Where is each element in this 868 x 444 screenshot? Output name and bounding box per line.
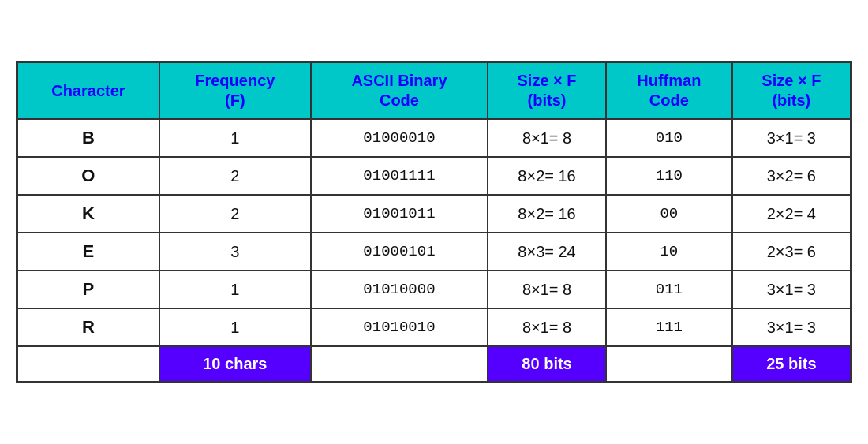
cell-freq-3: 3 <box>159 233 311 271</box>
cell-char-5: R <box>17 308 159 346</box>
cell-size-huffman-0: 3×1= 3 <box>732 119 851 157</box>
cell-huffman-5: 111 <box>606 308 732 346</box>
table-row: K 2 01001011 8×2= 16 00 2×2= 4 <box>17 195 851 233</box>
table-row: R 1 01010010 8×1= 8 111 3×1= 3 <box>17 308 851 346</box>
summary-row: 10 chars 80 bits 25 bits <box>17 346 851 382</box>
cell-size-huffman-1: 3×2= 6 <box>732 157 851 195</box>
cell-huffman-4: 011 <box>606 271 732 308</box>
cell-size-ascii-1: 8×2= 16 <box>488 157 606 195</box>
cell-size-ascii-5: 8×1= 8 <box>488 308 606 346</box>
cell-ascii-4: 01010000 <box>311 271 488 308</box>
cell-size-ascii-3: 8×3= 24 <box>488 233 606 271</box>
cell-huffman-0: 010 <box>606 119 732 157</box>
summary-empty-3 <box>606 346 732 382</box>
th-huffman-code: HuffmanCode <box>606 62 732 120</box>
header-row: Character Frequency(F) ASCII BinaryCode … <box>17 62 851 120</box>
cell-huffman-2: 00 <box>606 195 732 233</box>
summary-empty-2 <box>311 346 488 382</box>
th-ascii-binary: ASCII BinaryCode <box>311 62 488 120</box>
cell-size-ascii-2: 8×2= 16 <box>488 195 606 233</box>
cell-freq-5: 1 <box>159 308 311 346</box>
cell-size-ascii-4: 8×1= 8 <box>488 271 606 308</box>
table-wrapper: Character Frequency(F) ASCII BinaryCode … <box>16 61 852 383</box>
cell-freq-2: 2 <box>159 195 311 233</box>
cell-char-4: P <box>17 271 159 308</box>
cell-freq-0: 1 <box>159 119 311 157</box>
cell-huffman-1: 110 <box>606 157 732 195</box>
huffman-table: Character Frequency(F) ASCII BinaryCode … <box>16 61 852 383</box>
cell-char-2: K <box>17 195 159 233</box>
cell-ascii-1: 01001111 <box>311 157 488 195</box>
cell-size-huffman-3: 2×3= 6 <box>732 233 851 271</box>
th-frequency: Frequency(F) <box>159 62 311 120</box>
table-row: B 1 01000010 8×1= 8 010 3×1= 3 <box>17 119 851 157</box>
th-size-ascii: Size × F(bits) <box>488 62 606 120</box>
cell-size-huffman-2: 2×2= 4 <box>732 195 851 233</box>
th-size-huffman: Size × F(bits) <box>732 62 851 120</box>
summary-freq-total: 10 chars <box>159 346 311 382</box>
cell-freq-1: 2 <box>159 157 311 195</box>
cell-char-3: E <box>17 233 159 271</box>
cell-huffman-3: 10 <box>606 233 732 271</box>
cell-ascii-5: 01010010 <box>311 308 488 346</box>
cell-freq-4: 1 <box>159 271 311 308</box>
summary-ascii-total: 80 bits <box>488 346 606 382</box>
cell-char-1: O <box>17 157 159 195</box>
summary-huffman-total: 25 bits <box>732 346 851 382</box>
cell-ascii-2: 01001011 <box>311 195 488 233</box>
table-row: P 1 01010000 8×1= 8 011 3×1= 3 <box>17 271 851 308</box>
table-row: E 3 01000101 8×3= 24 10 2×3= 6 <box>17 233 851 271</box>
cell-ascii-3: 01000101 <box>311 233 488 271</box>
cell-char-0: B <box>17 119 159 157</box>
table-row: O 2 01001111 8×2= 16 110 3×2= 6 <box>17 157 851 195</box>
cell-ascii-0: 01000010 <box>311 119 488 157</box>
summary-empty-1 <box>17 346 159 382</box>
th-character: Character <box>17 62 159 120</box>
cell-size-huffman-4: 3×1= 3 <box>732 271 851 308</box>
cell-size-huffman-5: 3×1= 3 <box>732 308 851 346</box>
cell-size-ascii-0: 8×1= 8 <box>488 119 606 157</box>
